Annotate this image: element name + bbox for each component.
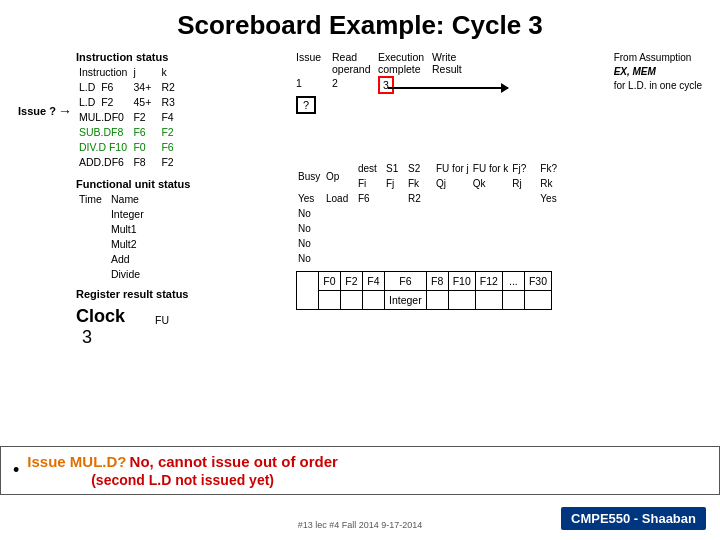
op-header: Op bbox=[324, 161, 356, 191]
busy-cell: Yes bbox=[296, 191, 324, 206]
assumption-line3: for L.D. in one cycle bbox=[614, 79, 702, 93]
issue-arrow-icon: → bbox=[58, 103, 72, 119]
slide-title: Scoreboard Example: Cycle 3 bbox=[18, 10, 702, 41]
clock-value: 3 bbox=[82, 327, 92, 347]
fu-right-table: Busy Op destFi S1Fj S2Fk FU for jQj FU f… bbox=[296, 161, 566, 266]
fk-cell bbox=[406, 206, 434, 221]
reg-val-dots bbox=[502, 291, 524, 310]
j-col-header: j bbox=[130, 65, 158, 80]
assumption-box: From Assumption EX, MEM for L.D. in one … bbox=[614, 51, 702, 93]
j-cell: F2 bbox=[130, 110, 158, 125]
reg-dots: ... bbox=[502, 272, 524, 291]
table-row: Add bbox=[76, 252, 147, 267]
table-row: DIV.D F10 F0 F6 bbox=[76, 140, 186, 155]
instr-right-row-3: ? bbox=[296, 94, 702, 114]
busy-cell: No bbox=[296, 236, 324, 251]
table-row: MUL.DF0 F2 F4 bbox=[76, 110, 186, 125]
instr-cell: SUB.DF8 bbox=[76, 125, 130, 140]
reg-f2: F2 bbox=[341, 272, 363, 291]
table-row: No bbox=[296, 221, 566, 236]
bullet-icon: • bbox=[13, 460, 19, 481]
fu-name-cell: Mult2 bbox=[108, 237, 147, 252]
arrow-head-icon bbox=[501, 83, 509, 93]
busy-cell: No bbox=[296, 221, 324, 236]
j-cell: F8 bbox=[130, 155, 158, 170]
fu-left-table: Time Name Integer Mult1 Mult2 bbox=[76, 192, 147, 282]
exec-val-1: 3 bbox=[378, 76, 432, 94]
k-cell: F6 bbox=[158, 140, 186, 155]
fu-time-cell bbox=[76, 252, 108, 267]
fuk-header: FU for kQk bbox=[471, 161, 511, 191]
fu-time-cell bbox=[76, 207, 108, 222]
reg-val-f8 bbox=[426, 291, 448, 310]
reg-val-f0 bbox=[319, 291, 341, 310]
s1-header: S1Fj bbox=[384, 161, 406, 191]
bottom-bar: • Issue MUL.D? No, cannot issue out of o… bbox=[0, 446, 720, 495]
dest-header: destFi bbox=[356, 161, 384, 191]
reg-f12: F12 bbox=[475, 272, 502, 291]
table-row: Integer bbox=[76, 207, 147, 222]
instr-cell: L.D F2 bbox=[76, 95, 130, 110]
table-row: Yes Load F6 R2 Yes bbox=[296, 191, 566, 206]
issue-header: Issue bbox=[296, 51, 332, 75]
instr-cell: ADD.DF6 bbox=[76, 155, 130, 170]
table-row: L.D F6 34+ R2 bbox=[76, 80, 186, 95]
j-cell: 45+ bbox=[130, 95, 158, 110]
exec-val-3 bbox=[378, 94, 432, 114]
reg-result-right: F0 F2 F4 F6 F8 F10 F12 ... F30 bbox=[296, 271, 702, 310]
k-cell: R2 bbox=[158, 80, 186, 95]
fu-name-cell: Mult1 bbox=[108, 222, 147, 237]
fu-header-row: Time Name bbox=[76, 192, 147, 207]
fu-name-cell: Add bbox=[108, 252, 147, 267]
question-box: ? bbox=[296, 96, 316, 114]
op-cell bbox=[324, 206, 356, 221]
bottom-issue-text: Issue MUL.D? bbox=[27, 453, 126, 470]
issue-val-1: 1 bbox=[296, 76, 332, 94]
exec-header: Executioncomplete bbox=[378, 51, 432, 75]
instr-col-header: Instruction bbox=[76, 65, 130, 80]
arrow-line bbox=[388, 87, 508, 89]
reg-f30: F30 bbox=[524, 272, 551, 291]
table-row: ADD.DF6 F8 F2 bbox=[76, 155, 186, 170]
register-result-section: Register result status bbox=[76, 288, 296, 300]
fu-name-cell: Divide bbox=[108, 267, 147, 282]
instruction-table: Instruction j k L.D F6 34+ R2 L.D F2 45+… bbox=[76, 65, 186, 170]
assumption-line1: From Assumption bbox=[614, 51, 702, 65]
table-row: L.D F2 45+ R3 bbox=[76, 95, 186, 110]
busy-cell: No bbox=[296, 206, 324, 221]
table-row: Divide bbox=[76, 267, 147, 282]
bottom-no-text: No, cannot issue out of order bbox=[130, 453, 338, 470]
qk-cell bbox=[471, 206, 511, 221]
k-cell: R3 bbox=[158, 95, 186, 110]
reg-val-f2 bbox=[341, 291, 363, 310]
k-cell: F4 bbox=[158, 110, 186, 125]
reg-f4: F4 bbox=[363, 272, 385, 291]
instr-right-row-5 bbox=[296, 129, 702, 144]
rk-cell: Yes bbox=[538, 191, 566, 206]
rj-header: Fj?Rj bbox=[510, 161, 538, 191]
cmpe-badge: CMPE550 - Shaaban bbox=[561, 507, 706, 530]
j-cell: F0 bbox=[130, 140, 158, 155]
rk-cell bbox=[538, 206, 566, 221]
fi-cell: F6 bbox=[356, 191, 384, 206]
fu-right-header: Busy Op destFi S1Fj S2Fk FU for jQj FU f… bbox=[296, 161, 566, 191]
j-cell: F6 bbox=[130, 125, 158, 140]
fu-name-cell: Integer bbox=[108, 207, 147, 222]
fu-name-header: Name bbox=[108, 192, 147, 207]
reg-f8: F8 bbox=[426, 272, 448, 291]
instr-cell: MUL.DF0 bbox=[76, 110, 130, 125]
reg-val-f12 bbox=[475, 291, 502, 310]
lec-info: #13 lec #4 Fall 2014 9-17-2014 bbox=[298, 520, 423, 530]
k-col-header: k bbox=[158, 65, 186, 80]
busy-cell: No bbox=[296, 251, 324, 266]
reg-row-label bbox=[297, 291, 319, 310]
fu-time-cell bbox=[76, 267, 108, 282]
reg-value-row: Integer bbox=[297, 291, 552, 310]
bottom-sub-text: (second L.D not issued yet) bbox=[27, 472, 338, 488]
fu-time-cell bbox=[76, 222, 108, 237]
instr-cell: DIV.D F10 bbox=[76, 140, 130, 155]
issue-val-3: ? bbox=[296, 94, 332, 114]
fuj-header: FU for jQj bbox=[434, 161, 471, 191]
write-val-1 bbox=[432, 76, 472, 94]
j-cell: 34+ bbox=[130, 80, 158, 95]
